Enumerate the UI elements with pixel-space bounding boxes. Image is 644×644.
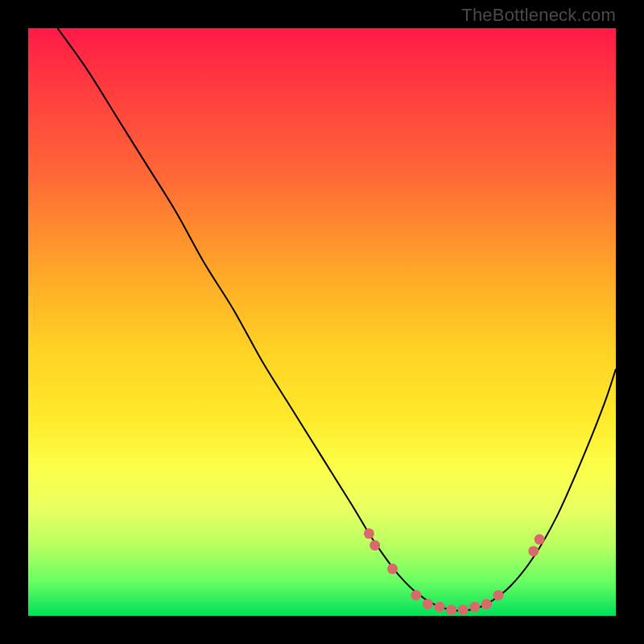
marker-dot xyxy=(469,602,480,613)
marker-dot xyxy=(493,590,504,601)
highlight-markers xyxy=(364,528,545,615)
marker-dot xyxy=(446,605,456,615)
marker-dot xyxy=(435,602,445,613)
marker-dot xyxy=(458,605,469,615)
marker-dot xyxy=(423,599,433,609)
marker-dot xyxy=(364,528,374,539)
marker-dot xyxy=(369,540,380,551)
marker-dot xyxy=(481,599,492,609)
curve-layer xyxy=(28,28,616,616)
bottleneck-curve xyxy=(58,28,617,611)
marker-dot xyxy=(528,546,539,556)
watermark-text: TheBottleneck.com xyxy=(461,5,616,26)
marker-dot xyxy=(387,564,398,574)
marker-dot xyxy=(535,535,545,545)
marker-dot xyxy=(411,590,421,601)
chart-frame: TheBottleneck.com xyxy=(0,0,644,644)
plot-area xyxy=(28,28,616,616)
